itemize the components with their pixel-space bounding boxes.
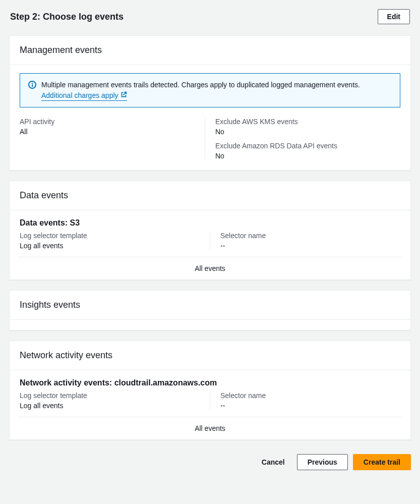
data-events-subheading: Data events: S3 — [20, 218, 400, 228]
svg-rect-1 — [32, 84, 33, 87]
exclude-kms-value: No — [215, 128, 390, 136]
insights-events-title: Insights events — [20, 300, 400, 310]
network-activity-events-panel: Network activity events Network activity… — [9, 341, 411, 440]
additional-charges-link[interactable]: Additional charges apply — [41, 91, 127, 101]
alert-text: Multiple management events trails detect… — [41, 81, 360, 89]
management-events-panel: Management events Multiple management ev… — [9, 35, 411, 171]
network-selector-name-label: Selector name — [220, 391, 400, 400]
exclude-kms-label: Exclude AWS KMS events — [215, 118, 390, 126]
data-all-events: All events — [18, 257, 402, 279]
exclude-rds-value: No — [215, 152, 390, 160]
network-selector-template-value: Log all events — [20, 402, 200, 410]
insights-events-panel: Insights events — [9, 290, 411, 330]
cancel-button[interactable]: Cancel — [255, 454, 292, 470]
network-events-title: Network activity events — [20, 350, 400, 361]
svg-rect-2 — [32, 83, 33, 84]
network-selector-template-label: Log selector template — [20, 391, 200, 400]
data-selector-name-label: Selector name — [220, 232, 400, 240]
previous-button[interactable]: Previous — [297, 454, 348, 470]
management-events-title: Management events — [20, 45, 400, 55]
data-selector-template-value: Log all events — [20, 242, 200, 250]
exclude-rds-label: Exclude Amazon RDS Data API events — [215, 142, 390, 150]
network-events-subheading: Network activity events: cloudtrail.amaz… — [20, 378, 400, 387]
info-alert: Multiple management events trails detect… — [20, 73, 400, 107]
create-trail-button[interactable]: Create trail — [353, 454, 411, 470]
footer-actions: Cancel Previous Create trail — [9, 450, 411, 470]
edit-button[interactable]: Edit — [378, 9, 410, 24]
data-selector-template-label: Log selector template — [20, 232, 200, 240]
data-selector-name-value: -- — [220, 242, 400, 250]
api-activity-value: All — [20, 128, 195, 136]
external-link-icon — [121, 91, 127, 100]
info-icon — [28, 81, 36, 89]
data-events-title: Data events — [20, 190, 400, 201]
network-all-events: All events — [18, 417, 402, 439]
api-activity-label: API activity — [20, 118, 195, 126]
network-selector-name-value: -- — [220, 402, 400, 410]
step-title: Step 2: Choose log events — [10, 12, 124, 22]
data-events-panel: Data events Data events: S3 Log selector… — [9, 181, 411, 280]
alert-link-label: Additional charges apply — [41, 91, 118, 100]
